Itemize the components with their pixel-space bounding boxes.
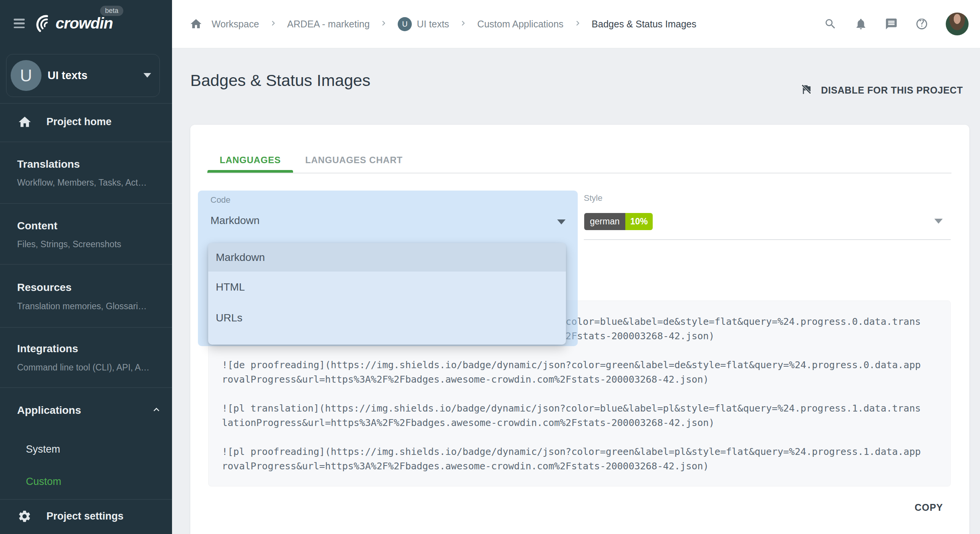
chevron-down-icon: [143, 73, 151, 78]
topbar-actions: [824, 0, 969, 48]
breadcrumb-current-page: Badges & Status Images: [592, 19, 696, 30]
code-select-dropdown: Markdown HTML URLs: [208, 243, 566, 345]
sidebar-item-translations-subtitle: Workflow, Members, Tasks, Act…: [17, 178, 147, 188]
tab-languages[interactable]: LANGUAGES: [207, 148, 293, 173]
code-select-value: Markdown: [210, 215, 260, 227]
divider: [0, 387, 172, 388]
sidebar-item-integrations-subtitle: Command line tool (CLI), API, A…: [17, 362, 150, 373]
home-icon: [18, 115, 32, 131]
code-line: lationProgress&url=https%3A%2F%2Fbadges.…: [222, 416, 937, 430]
sidebar-item-resources[interactable]: Resources: [17, 281, 72, 294]
sidebar-item-resources-subtitle: Translation memories, Glossari…: [17, 301, 147, 312]
sidebar-item-project-settings[interactable]: Project settings: [0, 499, 172, 534]
breadcrumb-separator-icon: [268, 18, 278, 30]
sidebar-item-label: Project home: [46, 116, 112, 128]
dropdown-option-markdown[interactable]: Markdown: [208, 243, 566, 272]
main-content: Badges & Status Images DISABLE FOR THIS …: [172, 48, 980, 534]
gear-icon: [18, 509, 32, 525]
style-select-label: Style: [584, 193, 602, 203]
tab-label: LANGUAGES CHART: [305, 155, 403, 165]
style-select-value[interactable]: german 10%: [584, 213, 653, 230]
breadcrumb-separator-icon: [379, 18, 389, 30]
badge-value-part: 10%: [625, 213, 653, 230]
breadcrumb-project-label: UI texts: [417, 19, 449, 30]
search-icon[interactable]: [824, 17, 837, 30]
chevron-down-icon[interactable]: [557, 219, 566, 224]
topbar: Workspace ARDEA - marketing U UI texts C…: [172, 0, 980, 48]
crowdin-logo-text[interactable]: crowdin: [56, 14, 113, 32]
select-underline: [584, 239, 951, 240]
badges-card: LANGUAGES LANGUAGES CHART Style german 1…: [190, 125, 969, 534]
chevron-up-icon[interactable]: [151, 404, 162, 417]
sidebar-item-translations[interactable]: Translations: [17, 158, 80, 170]
project-name: UI texts: [48, 54, 88, 96]
sidebar-item-content[interactable]: Content: [17, 220, 57, 232]
project-avatar: U: [11, 60, 41, 91]
breadcrumb-separator-icon: [458, 18, 468, 30]
user-avatar[interactable]: [946, 13, 969, 35]
home-breadcrumb-icon[interactable]: [190, 17, 202, 30]
page-title: Badges & Status Images: [190, 71, 370, 90]
disable-button-label: DISABLE FOR THIS PROJECT: [821, 85, 963, 96]
sidebar-item-project-home[interactable]: Project home: [0, 103, 172, 141]
tab-label: LANGUAGES: [220, 155, 281, 165]
divider: [0, 327, 172, 328]
breadcrumb: Workspace ARDEA - marketing U UI texts C…: [190, 0, 696, 48]
sidebar-item-content-subtitle: Files, Strings, Screenshots: [17, 239, 121, 250]
sidebar-item-integrations[interactable]: Integrations: [17, 343, 78, 355]
disable-for-project-button[interactable]: DISABLE FOR THIS PROJECT: [800, 83, 963, 97]
sidebar-item-applications[interactable]: Applications: [17, 404, 81, 416]
messages-icon[interactable]: [885, 17, 898, 30]
code-paragraph: ![pl translation](https://img.shields.io…: [222, 401, 937, 430]
divider: [0, 264, 172, 265]
breadcrumb-organization[interactable]: ARDEA - marketing: [287, 19, 370, 30]
beta-badge: beta: [100, 6, 123, 16]
code-line: ![de proofreading](https://img.shields.i…: [222, 358, 937, 372]
tab-languages-chart[interactable]: LANGUAGES CHART: [304, 148, 403, 173]
code-line: rovalProgress&url=https%3A%2F%2Fbadges.a…: [222, 459, 937, 474]
code-line: rovalProgress&url=https%3A%2F%2Fbadges.a…: [222, 372, 937, 387]
sidebar: crowdin beta U UI texts Project home Tra…: [0, 0, 172, 534]
chevron-down-icon[interactable]: [934, 219, 943, 224]
help-icon[interactable]: [915, 17, 928, 30]
breadcrumb-workspace[interactable]: Workspace: [212, 19, 259, 30]
breadcrumb-custom-applications[interactable]: Custom Applications: [477, 19, 564, 30]
notifications-bell-icon[interactable]: [854, 17, 867, 30]
crowdin-logo-icon[interactable]: [34, 14, 54, 36]
project-switcher[interactable]: U UI texts: [6, 54, 160, 97]
code-select-label: Code: [210, 195, 231, 205]
code-line: ![pl translation](https://img.shields.io…: [222, 401, 937, 416]
divider: [0, 203, 172, 204]
app-window: crowdin beta U UI texts Project home Tra…: [0, 0, 980, 534]
breadcrumb-separator-icon: [573, 18, 583, 30]
sidebar-item-label: Project settings: [46, 510, 124, 522]
sidebar-item-custom[interactable]: Custom: [26, 476, 61, 488]
sidebar-item-system[interactable]: System: [26, 443, 60, 455]
project-avatar: U: [398, 17, 412, 31]
code-paragraph: ![de proofreading](https://img.shields.i…: [222, 358, 937, 387]
badge-label-part: german: [584, 213, 625, 230]
dropdown-option-html[interactable]: HTML: [208, 272, 566, 302]
code-paragraph: ![pl proofreading](https://img.shields.i…: [222, 445, 937, 474]
copy-button[interactable]: COPY: [915, 502, 943, 513]
divider: [208, 173, 951, 173]
divider: [0, 141, 172, 142]
dropdown-option-urls[interactable]: URLs: [208, 302, 566, 333]
hamburger-menu-icon[interactable]: [14, 19, 25, 28]
code-line: ![pl proofreading](https://img.shields.i…: [222, 445, 937, 459]
flag-off-icon: [800, 83, 813, 97]
breadcrumb-project[interactable]: U UI texts: [398, 17, 449, 31]
